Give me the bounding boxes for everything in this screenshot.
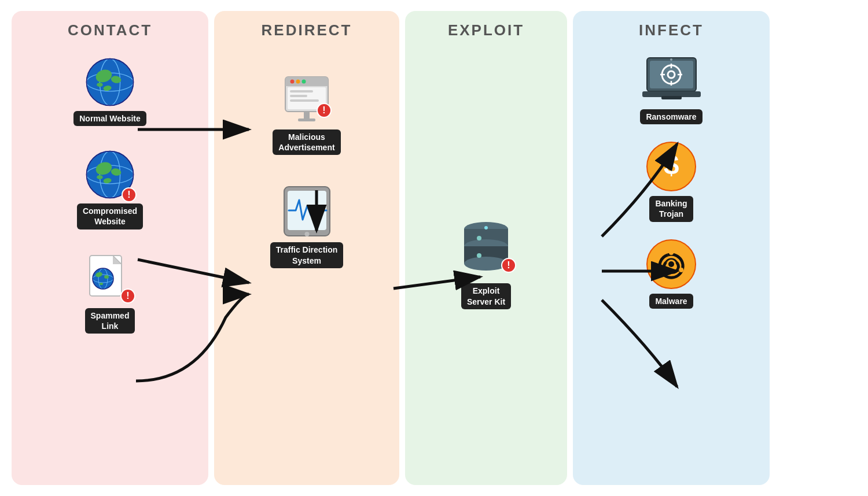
svg-point-13 bbox=[97, 83, 103, 87]
svg-point-32 bbox=[100, 283, 103, 285]
tds-node: Traffic DirectionSystem bbox=[270, 184, 344, 268]
normal-website-node: Normal Website bbox=[73, 57, 146, 126]
error-badge-compromised: ! bbox=[122, 187, 137, 202]
diagram: CONTACT bbox=[12, 11, 856, 485]
svg-point-39 bbox=[301, 80, 306, 84]
ransomware-icon-container bbox=[641, 57, 702, 106]
svg-point-54 bbox=[477, 236, 481, 240]
svg-rect-41 bbox=[290, 90, 313, 92]
error-badge-malicious-ad: ! bbox=[317, 103, 332, 118]
ransomware-node: Ransomware bbox=[640, 57, 702, 124]
svg-point-56 bbox=[484, 226, 488, 230]
normal-website-label: Normal Website bbox=[73, 111, 146, 126]
exploit-server-node: ! ExploitServer Kit bbox=[457, 216, 515, 309]
svg-point-55 bbox=[477, 253, 481, 258]
redirect-title: REDIRECT bbox=[262, 21, 352, 39]
svg-rect-42 bbox=[290, 95, 307, 97]
exploit-title: EXPLOIT bbox=[448, 21, 524, 39]
svg-point-77 bbox=[659, 268, 664, 272]
svg-point-75 bbox=[669, 250, 674, 255]
svg-point-31 bbox=[104, 275, 109, 279]
compromised-website-node: ! CompromisedWebsite bbox=[77, 149, 143, 229]
banking-trojan-icon-container: $ bbox=[645, 140, 697, 193]
contact-phase: CONTACT bbox=[12, 11, 208, 485]
malicious-ad-node: ! MaliciousAdvertisement bbox=[273, 74, 340, 155]
infect-title: INFECT bbox=[639, 21, 704, 39]
spammed-link-node: ! SpammedLink bbox=[85, 253, 135, 334]
svg-point-76 bbox=[679, 268, 683, 272]
infect-items: Ransomware $ BankingTrojan bbox=[640, 57, 702, 309]
malware-label: Malware bbox=[649, 294, 693, 309]
malware-icon-container bbox=[645, 238, 697, 290]
laptop-icon bbox=[641, 57, 702, 106]
banking-trojan-label: BankingTrojan bbox=[649, 196, 693, 221]
tds-label: Traffic DirectionSystem bbox=[270, 242, 344, 268]
svg-point-38 bbox=[296, 80, 300, 84]
contact-title: CONTACT bbox=[68, 21, 152, 39]
contact-items: Normal Website ! bbox=[73, 57, 146, 334]
tds-icon bbox=[279, 184, 334, 239]
svg-rect-45 bbox=[298, 119, 315, 121]
error-badge-spammed: ! bbox=[120, 288, 135, 303]
svg-rect-44 bbox=[304, 112, 310, 119]
svg-rect-67 bbox=[661, 96, 682, 99]
svg-text:$: $ bbox=[664, 149, 679, 180]
svg-point-65 bbox=[670, 58, 672, 61]
exploit-server-icon-container: ! bbox=[457, 216, 515, 280]
malware-node: Malware bbox=[645, 238, 697, 309]
dollar-coin-icon: $ bbox=[645, 140, 697, 193]
svg-point-37 bbox=[290, 80, 294, 84]
banking-trojan-node: $ BankingTrojan bbox=[645, 140, 697, 221]
redirect-phase: REDIRECT bbox=[214, 11, 399, 485]
svg-point-78 bbox=[668, 261, 674, 267]
normal-website-icon-container bbox=[84, 57, 135, 108]
svg-point-22 bbox=[97, 175, 103, 179]
exploit-server-label: ExploitServer Kit bbox=[461, 283, 511, 309]
compromised-website-label: CompromisedWebsite bbox=[77, 203, 143, 229]
monitor-icon bbox=[281, 74, 333, 126]
biohazard-coin-icon bbox=[645, 238, 697, 290]
spammed-link-icon-container: ! bbox=[87, 253, 133, 305]
svg-rect-36 bbox=[285, 83, 328, 86]
svg-rect-43 bbox=[290, 99, 319, 102]
infect-phase: INFECT bbox=[573, 11, 770, 485]
redirect-items: ! MaliciousAdvertisement bbox=[270, 57, 344, 268]
malicious-ad-label: MaliciousAdvertisement bbox=[273, 129, 340, 155]
compromised-website-icon-container: ! bbox=[84, 149, 135, 200]
globe-icon-normal bbox=[84, 57, 135, 108]
ransomware-label: Ransomware bbox=[640, 109, 702, 124]
exploit-items: ! ExploitServer Kit bbox=[457, 51, 515, 475]
malicious-ad-icon-container: ! bbox=[281, 74, 333, 126]
tds-icon-container bbox=[279, 184, 334, 239]
exploit-phase: EXPLOIT ! bbox=[405, 11, 567, 485]
spammed-link-label: SpammedLink bbox=[85, 308, 135, 334]
svg-point-48 bbox=[304, 232, 309, 236]
